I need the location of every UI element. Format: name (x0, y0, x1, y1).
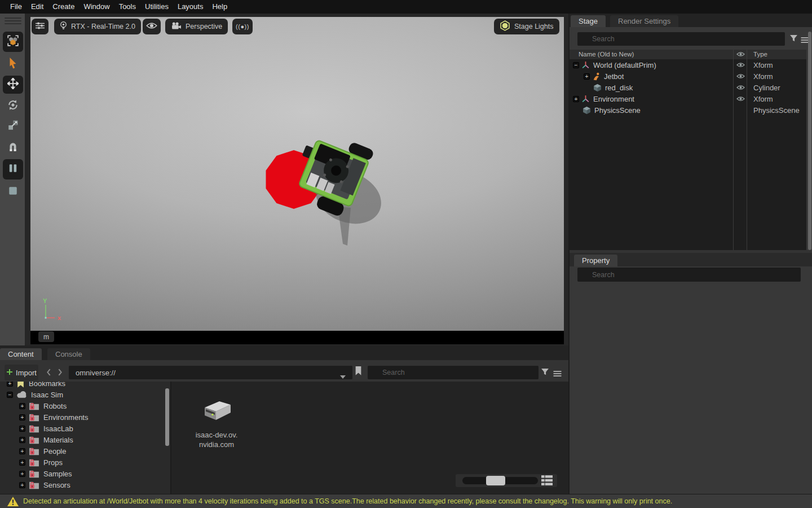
tab-stage[interactable]: Stage (571, 15, 606, 27)
expand-icon[interactable]: + (584, 73, 590, 80)
expand-icon[interactable]: + (19, 459, 25, 466)
path-dropdown-icon[interactable] (340, 371, 346, 381)
expand-icon[interactable]: + (573, 96, 579, 102)
visibility-column-icon[interactable] (736, 51, 745, 58)
content-search-input[interactable] (368, 366, 539, 379)
viewport-canvas[interactable]: Y x RTX - Real-Time 2.0 Perspective ((●)… (30, 17, 564, 331)
content-tree-item-environments[interactable]: +Environments (0, 411, 170, 423)
select-tool-button[interactable] (3, 55, 23, 73)
options-menu-icon[interactable] (553, 369, 562, 379)
content-tree-item-isaaclab[interactable]: +IsaacLab (0, 423, 170, 434)
content-tree-item-samples[interactable]: +Samples (0, 468, 170, 479)
menu-tools[interactable]: Tools (114, 0, 140, 14)
stage-search-input[interactable] (577, 32, 785, 46)
warning-text: Detected an articulation at /World/Jetbo… (23, 497, 672, 505)
content-tree-item-materials[interactable]: +Materials (0, 434, 170, 445)
visibility-button[interactable] (143, 19, 161, 34)
xform-icon (581, 61, 590, 69)
menu-window[interactable]: Window (79, 0, 114, 14)
content-tree-item-people[interactable]: +People (0, 445, 170, 457)
filter-icon[interactable] (541, 368, 549, 378)
selection-mode-button[interactable] (3, 32, 23, 52)
folder-lock-icon (29, 481, 39, 489)
stage-row-environment[interactable]: +EnvironmentXform (570, 93, 806, 104)
slider-handle[interactable] (486, 476, 505, 485)
menu-layouts[interactable]: Layouts (173, 0, 208, 14)
collapse-icon[interactable]: − (7, 392, 13, 398)
expand-icon[interactable]: + (7, 382, 13, 387)
expand-icon[interactable]: + (19, 414, 25, 421)
unit-button[interactable]: m (38, 331, 54, 342)
filter-icon[interactable] (789, 34, 798, 45)
prim-name-label: red_disk (605, 84, 633, 92)
content-tree-item-robots[interactable]: +Robots (0, 400, 170, 411)
axis-y-label: Y (43, 297, 47, 304)
menu-file[interactable]: File (6, 0, 27, 14)
stage-lights-label: Stage Lights (514, 23, 554, 30)
stage-row-world[interactable]: −World (defaultPrim)Xform (570, 59, 806, 71)
import-button[interactable]: Import (5, 365, 38, 380)
grid-view-icon[interactable] (541, 475, 553, 488)
import-label: Import (16, 369, 37, 377)
stage-row-physicsscene[interactable]: PhysicsScenePhysicsScene (570, 104, 806, 116)
collapse-icon[interactable]: − (573, 62, 579, 68)
tab-property[interactable]: Property (574, 255, 617, 266)
expand-icon[interactable]: + (19, 448, 25, 454)
visibility-toggle-eye-icon[interactable] (736, 96, 745, 102)
stage-row-red_disk[interactable]: red_diskCylinder (570, 82, 806, 93)
live-sync-button[interactable]: ((●)) (232, 19, 253, 34)
visibility-toggle-eye-icon[interactable] (736, 73, 745, 79)
rotate-tool-button[interactable] (3, 97, 23, 115)
menu-create[interactable]: Create (48, 0, 79, 14)
tree-item-label: Robots (43, 402, 67, 410)
expand-icon[interactable]: + (19, 471, 25, 477)
stage-lights-button[interactable]: Stage Lights (494, 19, 559, 34)
toolbar-grip-icon[interactable] (5, 17, 21, 19)
server-label-line1: isaac-dev.ov. (183, 430, 250, 440)
column-type-label[interactable]: Type (753, 51, 767, 58)
stop-icon (8, 186, 18, 198)
menu-utilities[interactable]: Utilities (140, 0, 173, 14)
property-search-input[interactable] (577, 268, 801, 282)
rotate-icon (7, 99, 19, 113)
stage-scrollbar[interactable] (808, 32, 811, 250)
bookmark-icon[interactable] (355, 366, 362, 378)
toolbar-grip-icon[interactable] (5, 20, 21, 21)
menu-edit[interactable]: Edit (27, 0, 48, 14)
jetbot-object[interactable] (285, 126, 400, 233)
content-tree-item-bookmarks[interactable]: +Bookmarks (0, 382, 170, 389)
visibility-toggle-eye-icon[interactable] (736, 85, 745, 90)
toolbar-grip-icon[interactable] (5, 23, 21, 24)
tab-content[interactable]: Content (0, 348, 42, 360)
tab-console[interactable]: Console (47, 348, 90, 360)
expand-icon[interactable]: + (19, 426, 25, 432)
camera-button[interactable]: Perspective (165, 19, 228, 34)
content-tree-item-isaac-sim[interactable]: −Isaac Sim (0, 389, 170, 400)
visibility-toggle-eye-icon[interactable] (736, 62, 745, 68)
back-icon[interactable] (46, 368, 51, 378)
tab-render-settings[interactable]: Render Settings (610, 15, 678, 27)
content-tree-item-props[interactable]: +Props (0, 457, 170, 468)
column-name-label[interactable]: Name (Old to New) (579, 51, 634, 58)
expand-icon[interactable]: + (19, 482, 25, 488)
expand-icon[interactable]: + (19, 403, 25, 409)
content-tree-item-sensors[interactable]: +Sensors (0, 479, 170, 491)
server-item[interactable]: isaac-dev.ov. nvidia.com (183, 398, 250, 449)
path-input[interactable] (69, 366, 352, 379)
folder-lock-icon (29, 424, 39, 433)
stage-row-jetbot[interactable]: +JetbotXform (570, 71, 806, 82)
move-tool-button[interactable] (3, 76, 23, 94)
content-tree-scrollbar[interactable] (165, 388, 169, 446)
expand-icon[interactable]: + (19, 437, 25, 443)
renderer-button[interactable]: RTX - Real-Time 2.0 (54, 19, 141, 34)
stop-button[interactable] (3, 183, 23, 201)
snap-tool-button[interactable] (3, 139, 23, 157)
menu-help[interactable]: Help (208, 0, 232, 14)
forward-icon[interactable] (58, 368, 63, 378)
pause-button[interactable] (3, 159, 23, 179)
content-files-pane[interactable]: isaac-dev.ov. nvidia.com (170, 382, 568, 494)
content-browser: +Bookmarks−Isaac Sim+Robots+Environments… (0, 382, 568, 494)
scale-tool-button[interactable] (3, 117, 23, 135)
viewport-settings-button[interactable] (32, 19, 48, 34)
prim-type-label: Xform (753, 61, 773, 69)
